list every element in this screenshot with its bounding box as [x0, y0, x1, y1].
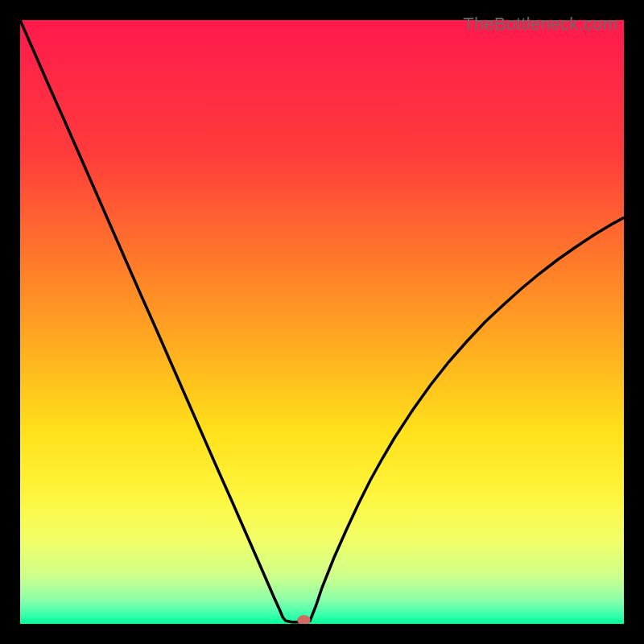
chart-background — [20, 20, 624, 624]
watermark-text: TheBottleneck.com — [463, 14, 617, 35]
chart-svg — [20, 20, 624, 624]
optimal-point-marker — [298, 616, 311, 625]
chart-frame: TheBottleneck.com — [12, 12, 632, 632]
chart-plot-area — [20, 20, 624, 624]
